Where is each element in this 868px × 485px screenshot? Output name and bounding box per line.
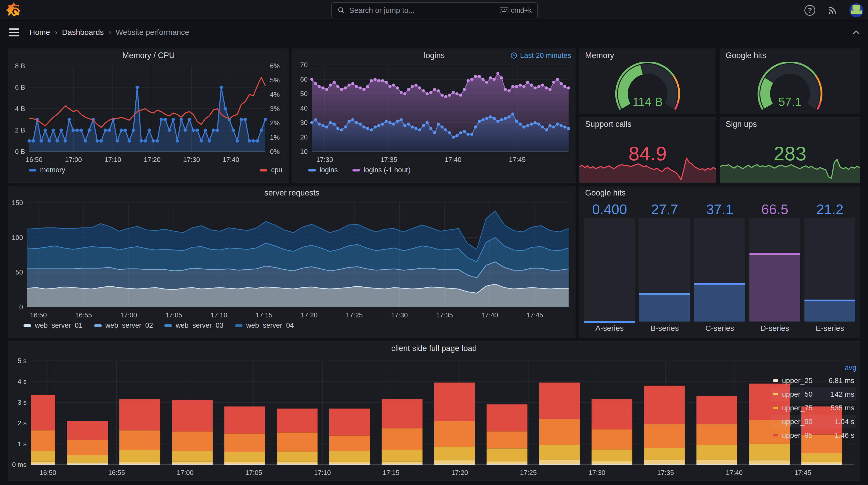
stacked-bar-segment[interactable] <box>539 460 580 464</box>
bar-gauge-column[interactable]: 0.400A-series <box>584 201 635 335</box>
stacked-bar-segment[interactable] <box>67 462 108 464</box>
stacked-bar-segment[interactable] <box>434 383 475 421</box>
bar-gauge-column[interactable]: 27.7B-series <box>639 201 690 335</box>
stacked-bar-segment[interactable] <box>749 460 790 464</box>
legend-item[interactable]: cpu <box>259 166 282 174</box>
stacked-bar-segment[interactable] <box>539 445 580 460</box>
stacked-bar-segment[interactable] <box>329 409 370 436</box>
stacked-bar-segment[interactable] <box>329 462 370 464</box>
stacked-bar-segment[interactable] <box>277 432 317 452</box>
stacked-bar-segment[interactable] <box>382 464 423 464</box>
legend-item[interactable]: upper_75535 ms <box>771 401 857 415</box>
stacked-bar-segment[interactable] <box>644 386 685 424</box>
stacked-bar-segment[interactable] <box>67 455 108 462</box>
stacked-bar-segment[interactable] <box>172 451 213 462</box>
stacked-bar-segment[interactable] <box>277 462 317 464</box>
stacked-bar-segment[interactable] <box>487 431 528 448</box>
stacked-bar-segment[interactable] <box>434 460 475 464</box>
stacked-bar-segment[interactable] <box>329 435 370 451</box>
panel-title[interactable]: Sign ups <box>720 118 860 131</box>
server-requests-chart[interactable]: 05010015016:5016:5517:0017:0517:1017:151… <box>8 200 576 322</box>
stacked-bar-segment[interactable] <box>592 461 632 464</box>
stacked-bar-segment[interactable] <box>696 424 737 445</box>
stacked-bar-segment[interactable] <box>696 396 737 424</box>
stacked-bar-segment[interactable] <box>696 445 737 460</box>
panel-title[interactable]: Google hits <box>720 49 860 62</box>
stacked-bar-segment[interactable] <box>644 448 685 460</box>
stacked-bar-segment[interactable] <box>644 424 685 448</box>
legend-item[interactable]: logins <box>308 166 338 174</box>
user-avatar[interactable] <box>849 3 863 17</box>
stacked-bar-segment[interactable] <box>592 429 632 450</box>
stacked-bar-segment[interactable] <box>119 399 160 430</box>
client-load-chart[interactable]: 0 ms1 s2 s3 s4 s5 s16:5016:5517:0017:051… <box>8 355 860 480</box>
stacked-bar-segment[interactable] <box>696 460 737 464</box>
stacked-bar-segment[interactable] <box>67 464 108 464</box>
legend-item[interactable]: web_server_02 <box>94 322 153 329</box>
stacked-bar-segment[interactable] <box>224 433 265 452</box>
stacked-bar-segment[interactable] <box>329 464 370 464</box>
news-rss-icon[interactable] <box>827 5 838 16</box>
stacked-bar-segment[interactable] <box>749 444 790 460</box>
stacked-bar-segment[interactable] <box>224 407 265 433</box>
stacked-bar-segment[interactable] <box>119 464 160 464</box>
stacked-bar-segment[interactable] <box>67 421 108 440</box>
panel-title[interactable]: server requests <box>8 186 576 200</box>
legend-item[interactable]: logins (-1 hour) <box>352 166 411 174</box>
stacked-bar-segment[interactable] <box>224 462 265 464</box>
stacked-bar-segment[interactable] <box>382 462 423 464</box>
legend-item[interactable]: upper_951.46 s <box>771 428 857 442</box>
legend-item[interactable]: upper_50142 ms <box>771 387 857 401</box>
legend-item[interactable]: web_server_04 <box>235 322 294 329</box>
menu-icon[interactable] <box>9 28 19 36</box>
legend-item[interactable]: web_server_03 <box>164 322 223 329</box>
grafana-logo[interactable] <box>6 2 22 18</box>
stacked-bar-segment[interactable] <box>434 447 475 460</box>
stacked-bar-segment[interactable] <box>277 409 317 432</box>
search-input[interactable]: Search or jump to... cmd+k <box>331 2 538 18</box>
stacked-bar-segment[interactable] <box>749 464 790 464</box>
legend-item[interactable]: upper_901.04 s <box>771 415 857 428</box>
breadcrumb-dashboards[interactable]: Dashboards <box>62 28 104 37</box>
stacked-bar-segment[interactable] <box>696 464 737 464</box>
chevron-up-icon[interactable] <box>851 27 861 37</box>
panel-title[interactable]: Google hits <box>580 186 860 200</box>
stacked-bar-segment[interactable] <box>382 428 423 450</box>
panel-title[interactable]: Memory / CPU <box>8 49 289 62</box>
stacked-bar-segment[interactable] <box>14 451 55 462</box>
memory-cpu-chart[interactable]: 0 B2 B4 B6 B8 B0%1%2%3%4%5%6%16:5017:001… <box>8 62 289 166</box>
legend-item[interactable]: web_server_01 <box>24 322 83 329</box>
stacked-bar-segment[interactable] <box>644 464 685 464</box>
stacked-bar-segment[interactable] <box>539 383 580 419</box>
bar-gauge-column[interactable]: 66.5D-series <box>749 201 800 335</box>
stacked-bar-segment[interactable] <box>539 464 580 464</box>
stacked-bar-segment[interactable] <box>172 400 213 431</box>
stacked-bar-segment[interactable] <box>434 421 475 447</box>
stacked-bar-segment[interactable] <box>172 431 213 451</box>
stacked-bar-segment[interactable] <box>801 464 842 464</box>
stacked-bar-segment[interactable] <box>119 450 160 462</box>
logins-chart[interactable]: 1020304050607017:3017:3517:4017:45 <box>293 62 576 166</box>
stacked-bar-segment[interactable] <box>277 464 317 464</box>
stacked-bar-segment[interactable] <box>644 460 685 464</box>
stacked-bar-segment[interactable] <box>592 450 632 461</box>
stacked-bar-segment[interactable] <box>592 399 632 429</box>
stacked-bar-segment[interactable] <box>592 464 632 464</box>
stacked-bar-segment[interactable] <box>434 464 475 464</box>
legend-item[interactable]: memory <box>29 166 65 174</box>
breadcrumb-home[interactable]: Home <box>29 28 50 37</box>
stacked-bar-segment[interactable] <box>801 453 842 462</box>
bar-gauge-column[interactable]: 21.2E-series <box>804 201 855 335</box>
bar-gauge-column[interactable]: 37.1C-series <box>694 201 745 335</box>
stacked-bar-segment[interactable] <box>172 464 213 464</box>
stacked-bar-segment[interactable] <box>382 450 423 462</box>
legend-item[interactable]: upper_256.81 ms <box>771 374 857 387</box>
stacked-bar-segment[interactable] <box>119 430 160 450</box>
stacked-bar-segment[interactable] <box>329 451 370 462</box>
stacked-bar-segment[interactable] <box>487 464 528 464</box>
help-icon[interactable]: ? <box>804 5 815 16</box>
stacked-bar-segment[interactable] <box>487 405 528 431</box>
stacked-bar-segment[interactable] <box>487 448 528 461</box>
time-range-label[interactable]: Last 20 minutes <box>510 52 571 60</box>
stacked-bar-segment[interactable] <box>801 462 842 464</box>
